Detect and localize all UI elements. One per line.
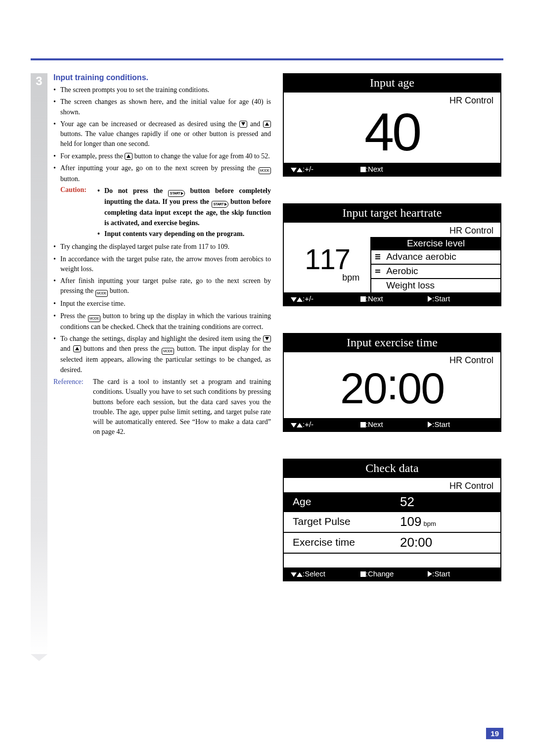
- exercise-level-row: Aerobic: [371, 264, 500, 278]
- footer-start: :Start: [432, 569, 450, 578]
- instruction-column: 3 Input training conditions. The screen …: [31, 73, 268, 437]
- square-icon: [360, 571, 366, 577]
- down-button-icon: [263, 335, 271, 342]
- footer-change: :Change: [366, 569, 394, 578]
- down-triangle-icon: [291, 297, 297, 302]
- right-triangle-icon: [428, 422, 432, 427]
- screen-check-data: Check data HR Control Age 52 Target Puls…: [283, 459, 501, 581]
- check-data-row: Target Pulse 109bpm: [284, 512, 500, 533]
- step-number-badge: 3: [31, 73, 47, 91]
- right-triangle-icon: [428, 296, 432, 302]
- list-item: Try changing the displayed target pulse …: [53, 242, 271, 252]
- check-data-label: Age: [293, 496, 400, 508]
- screen-title: Input exercise time: [284, 334, 500, 352]
- list-item: Do not press the START button before com…: [97, 186, 271, 228]
- age-value: 40: [364, 107, 420, 158]
- screen-input-exercise-time: Input exercise time HR Control 20:00 :+/…: [283, 333, 501, 432]
- top-rule: [31, 58, 503, 60]
- exercise-level-row: Advance aerobic: [371, 250, 500, 264]
- list-item: In accordance with the target pulse rate…: [53, 254, 271, 275]
- footer-start: :Start: [432, 420, 450, 428]
- page-number: 19: [486, 728, 503, 739]
- level-indicator-icon: [375, 270, 386, 273]
- screen-footer: :+/- :Next :Start: [284, 418, 500, 431]
- up-triangle-icon: [297, 297, 303, 302]
- screen-input-heartrate: Input target heartrate HR Control 117 bp…: [283, 203, 501, 306]
- reference-block: Reference: The card is a tool to instant…: [53, 377, 271, 437]
- screen-title: Input age: [284, 74, 500, 93]
- square-icon: [360, 296, 366, 302]
- start-button-icon: START: [168, 190, 185, 197]
- up-button-icon: [263, 121, 271, 128]
- check-data-value: 20:00: [400, 535, 491, 550]
- check-data-label: Exercise time: [293, 536, 400, 548]
- footer-plus-minus: :+/-: [303, 420, 313, 428]
- list-item: After inputting your age, go on to the n…: [53, 163, 271, 184]
- list-item: Input the exercise time.: [53, 299, 271, 309]
- down-triangle-icon: [291, 572, 297, 577]
- up-triangle-icon: [297, 572, 303, 577]
- bullet-list-upper: The screen prompts you to set the traini…: [53, 85, 271, 184]
- level-indicator-icon: [375, 254, 386, 259]
- list-item: To change the settings, display and high…: [53, 334, 271, 375]
- reference-text: The card is a tool to instantly set a pr…: [93, 377, 271, 437]
- step-tail-decoration: [31, 90, 47, 654]
- up-triangle-icon: [297, 423, 303, 427]
- square-icon: [360, 167, 366, 172]
- footer-plus-minus: :+/-: [303, 165, 313, 173]
- mode-button-icon: MODE: [259, 167, 271, 174]
- check-data-unit: bpm: [423, 520, 436, 527]
- down-triangle-icon: [291, 168, 297, 172]
- check-data-value: 52: [400, 494, 491, 510]
- check-data-row: Exercise time 20:00: [284, 533, 500, 554]
- screen-footer: :+/- :Next: [284, 163, 500, 176]
- footer-next: :Next: [366, 165, 383, 173]
- heartrate-unit: bpm: [342, 273, 359, 283]
- check-data-row-selected: Age 52: [284, 492, 500, 512]
- hr-control-label: HR Control: [284, 478, 500, 492]
- mode-button-icon: MODE: [88, 315, 100, 322]
- caution-label: Caution:: [60, 186, 92, 240]
- check-data-row-blank: [284, 554, 500, 567]
- list-item: Your age can be increased or decreased a…: [53, 119, 271, 149]
- exercise-level-label: Aerobic: [386, 266, 418, 277]
- list-item: Press the MODE button to bring up the di…: [53, 311, 271, 332]
- screen-input-age: Input age HR Control 40 :+/- :Next: [283, 73, 501, 177]
- list-item: For example, press the button to change …: [53, 151, 271, 161]
- check-data-label: Target Pulse: [293, 516, 400, 527]
- mode-button-icon: MODE: [95, 290, 108, 297]
- up-button-icon: [125, 153, 133, 160]
- hr-control-label: HR Control: [284, 223, 500, 237]
- screen-footer: :Select :Change :Start: [284, 567, 500, 580]
- screen-title: Input target heartrate: [284, 204, 500, 223]
- footer-start: :Start: [432, 294, 450, 303]
- exercise-level-header: Exercise level: [371, 237, 500, 250]
- footer-plus-minus: :+/-: [303, 294, 313, 303]
- heartrate-value: 117: [305, 245, 350, 274]
- down-button-icon: [239, 121, 247, 128]
- exercise-level-label: Weight loss: [386, 280, 435, 291]
- footer-next: :Next: [366, 294, 383, 303]
- list-item: The screen changes as shown here, and th…: [53, 97, 271, 117]
- reference-label: Reference:: [53, 377, 90, 437]
- list-item: After finish inputting your target pulse…: [53, 276, 271, 297]
- right-triangle-icon: [428, 571, 432, 577]
- square-icon: [360, 422, 366, 427]
- mode-button-icon: MODE: [162, 348, 174, 355]
- up-button-icon: [73, 345, 81, 352]
- exercise-time-value: 20:00: [340, 367, 444, 410]
- exercise-level-label: Advance aerobic: [386, 251, 456, 262]
- section-heading: Input training conditions.: [53, 73, 271, 82]
- screen-footer: :+/- :Next :Start: [284, 292, 500, 305]
- check-data-value: 109bpm: [400, 514, 491, 529]
- down-triangle-icon: [291, 423, 297, 427]
- screens-column: Input age HR Control 40 :+/- :Next Input…: [283, 73, 501, 608]
- caution-list: Do not press the START button before com…: [97, 186, 271, 239]
- up-triangle-icon: [297, 168, 303, 172]
- footer-next: :Next: [366, 420, 383, 428]
- bullet-list-lower: Try changing the displayed target pulse …: [53, 242, 271, 375]
- exercise-level-row: Weight loss: [371, 278, 500, 292]
- footer-select: :Select: [303, 569, 325, 578]
- list-item: Input contents vary depending on the pro…: [97, 229, 271, 239]
- list-item: The screen prompts you to set the traini…: [53, 85, 271, 95]
